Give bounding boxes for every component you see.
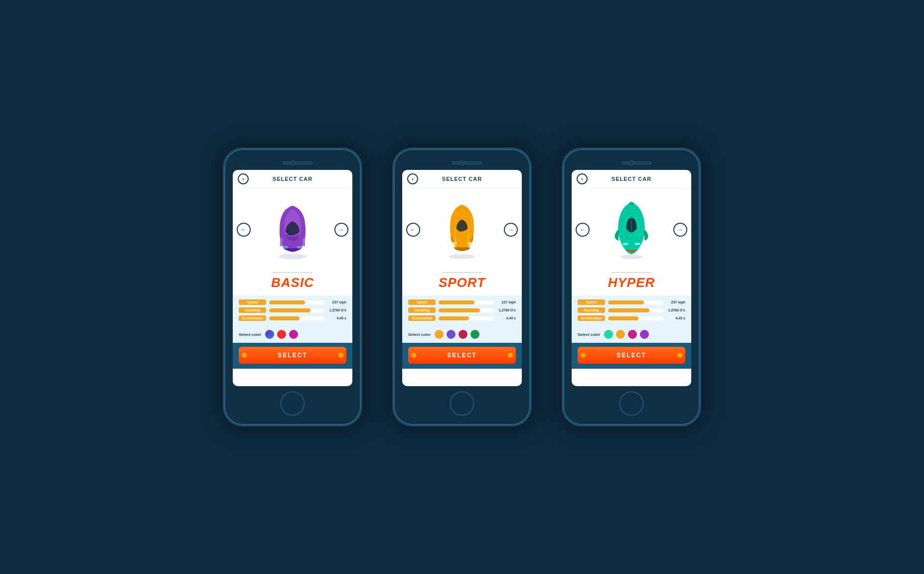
car-name-basic: BASIC: [233, 275, 352, 290]
stat-fill-handling-hyper: [608, 308, 649, 312]
stat-value-acceleration-basic: 4.49 s: [327, 316, 346, 320]
stat-fill-acceleration-sport: [439, 316, 469, 320]
svg-point-6: [453, 242, 457, 245]
home-button-sport[interactable]: [450, 391, 474, 416]
color-dot-2-basic[interactable]: [277, 330, 286, 339]
color-dot-3-hyper[interactable]: [628, 330, 637, 339]
screen-basic: ‹ SELECT CAR ←: [233, 170, 352, 386]
color-dot-4-sport[interactable]: [470, 330, 479, 339]
stat-value-acceleration-hyper: 4.49 s: [666, 316, 685, 320]
stat-fill-handling-sport: [439, 308, 480, 312]
color-dots-sport: [435, 330, 479, 339]
color-dot-1-hyper[interactable]: [604, 330, 613, 339]
svg-point-9: [622, 243, 628, 245]
stat-acceleration-hyper: Acceleration 4.49 s: [578, 315, 685, 321]
screen-hyper: ‹ SELECT CAR ←: [572, 170, 691, 386]
stat-label-speed-basic: Speed: [239, 299, 266, 305]
screen-title-sport: SELECT CAR: [442, 176, 482, 182]
stat-bar-handling-sport: [439, 308, 494, 312]
speaker-hyper: [621, 161, 651, 164]
home-button-hyper[interactable]: [619, 391, 644, 416]
stat-fill-speed-sport: [439, 300, 474, 304]
stat-fill-handling-basic: [269, 308, 310, 312]
next-arrow-sport[interactable]: →: [504, 223, 518, 237]
color-dots-hyper: [604, 330, 649, 339]
header-sport: ‹ SELECT CAR: [402, 170, 522, 188]
phone-top-hyper: [569, 158, 694, 168]
color-dot-1-basic[interactable]: [265, 330, 274, 339]
phone-sport: ‹ SELECT CAR ←: [392, 147, 532, 427]
car-name-sport: SPORT: [402, 275, 522, 290]
back-button-sport[interactable]: ‹: [407, 173, 418, 184]
phone-top-sport: [400, 158, 524, 168]
phone-basic: ‹ SELECT CAR ←: [223, 147, 362, 427]
home-button-basic[interactable]: [280, 391, 305, 416]
car-name-section-hyper: HYPER: [572, 268, 691, 295]
back-button-hyper[interactable]: ‹: [577, 173, 588, 184]
stat-value-handling-sport: 1.2780 G's: [497, 308, 516, 312]
stat-speed-hyper: Speed 237 mph: [578, 299, 685, 305]
car-name-section-sport: SPORT: [402, 268, 522, 295]
stat-acceleration-basic: Acceleration 4.49 s: [239, 315, 346, 321]
svg-point-8: [620, 255, 642, 259]
name-underline-sport: [442, 272, 482, 273]
stat-label-handling-hyper: Handling: [578, 307, 605, 313]
camera-basic: [290, 160, 295, 165]
stat-bar-speed-sport: [439, 300, 494, 304]
stat-fill-acceleration-basic: [269, 316, 300, 320]
stat-bar-speed-hyper: [608, 300, 663, 304]
color-dot-2-sport[interactable]: [447, 330, 456, 339]
prev-arrow-basic[interactable]: ←: [237, 223, 251, 237]
prev-arrow-sport[interactable]: ←: [406, 223, 420, 237]
stat-bar-handling-hyper: [608, 308, 663, 312]
stat-speed-basic: Speed 237 mph: [239, 299, 346, 305]
stat-label-speed-sport: Speed: [408, 299, 436, 305]
stat-bar-acceleration-basic: [269, 316, 324, 320]
select-button-basic[interactable]: SELECT: [239, 347, 346, 364]
stat-label-acceleration-basic: Acceleration: [239, 315, 266, 321]
back-button-basic[interactable]: ‹: [238, 173, 249, 184]
svg-rect-1: [280, 238, 283, 246]
stat-value-speed-basic: 237 mph: [327, 300, 346, 304]
color-dot-4-hyper[interactable]: [640, 330, 649, 339]
stat-bar-acceleration-hyper: [608, 316, 663, 320]
svg-point-7: [467, 242, 471, 245]
color-section-sport: Select color: [402, 327, 522, 343]
name-underline-hyper: [612, 272, 651, 273]
screen-title-hyper: SELECT CAR: [612, 176, 651, 182]
screen-sport: ‹ SELECT CAR ←: [402, 170, 522, 386]
color-dot-2-hyper[interactable]: [616, 330, 625, 339]
color-label-sport: Select color: [408, 332, 431, 337]
header-hyper: ‹ SELECT CAR: [572, 170, 691, 188]
stat-handling-hyper: Handling 1.2780 G's: [578, 307, 685, 313]
next-arrow-basic[interactable]: →: [334, 223, 348, 237]
stat-value-handling-basic: 1.2780 G's: [327, 308, 346, 312]
prev-arrow-hyper[interactable]: ←: [576, 223, 590, 237]
car-image-hyper: [604, 197, 659, 262]
stat-value-acceleration-sport: 4.49 s: [497, 316, 516, 320]
color-dot-3-sport[interactable]: [459, 330, 467, 339]
color-label-hyper: Select color: [578, 332, 600, 337]
stat-fill-speed-hyper: [608, 300, 644, 304]
select-button-hyper[interactable]: SELECT: [578, 347, 685, 364]
car-image-basic: [265, 197, 320, 262]
car-name-hyper: HYPER: [572, 275, 691, 290]
stat-handling-sport: Handling 1.2780 G's: [408, 307, 516, 313]
car-image-sport: [435, 197, 489, 262]
color-label-basic: Select color: [239, 332, 261, 337]
select-button-sport[interactable]: SELECT: [408, 347, 516, 364]
stats-section-sport: Speed 237 mph Handling 1.2780 G's: [402, 295, 522, 327]
stats-section-hyper: Speed 237 mph Handling 1.2780 G's: [572, 295, 691, 327]
svg-point-4: [297, 246, 302, 249]
camera-sport: [460, 160, 464, 165]
stat-fill-acceleration-hyper: [608, 316, 638, 320]
color-dot-3-basic[interactable]: [289, 330, 298, 339]
color-section-hyper: Select color: [572, 327, 691, 343]
color-dot-1-sport[interactable]: [435, 330, 444, 339]
screen-title-basic: SELECT CAR: [273, 176, 312, 182]
car-display-basic: ←: [233, 188, 352, 268]
car-display-sport: ←: [402, 188, 522, 268]
next-arrow-hyper[interactable]: →: [673, 223, 687, 237]
select-btn-container-hyper: SELECT: [572, 343, 691, 369]
select-btn-container-basic: SELECT: [233, 343, 352, 369]
